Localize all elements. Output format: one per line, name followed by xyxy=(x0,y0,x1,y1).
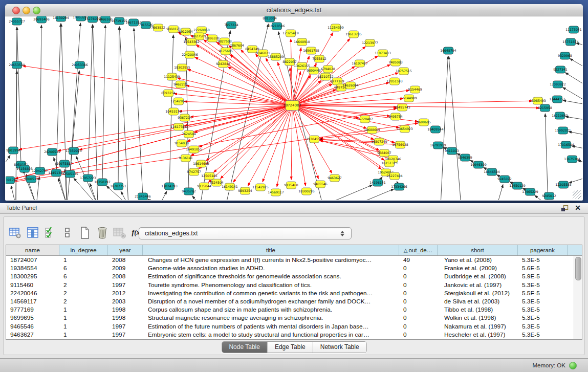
graph-edge[interactable] xyxy=(233,105,292,182)
cell-name[interactable]: 9699695 xyxy=(6,314,59,322)
cell-out_de[interactable]: 0 xyxy=(399,297,438,305)
network-canvas[interactable]: 1872400724055727206914061813029410953287… xyxy=(6,16,582,200)
cell-out_de[interactable]: 0 xyxy=(399,264,438,272)
graph-edge[interactable] xyxy=(148,199,159,200)
citation-network-graph[interactable]: 1872400724055727206914061813029410953287… xyxy=(6,16,582,200)
cell-name[interactable]: 9777169 xyxy=(6,305,59,314)
cell-year[interactable]: 1998 xyxy=(108,314,143,322)
cell-out_de[interactable]: 0 xyxy=(399,305,438,314)
cell-year[interactable]: 2008 xyxy=(108,272,143,280)
cell-short[interactable]: de Silva et al. (2003) xyxy=(438,297,518,305)
column-visibility-icon[interactable] xyxy=(26,226,39,239)
cell-short[interactable]: Wolkin et al. (1998) xyxy=(438,314,518,322)
graph-edge[interactable] xyxy=(93,25,98,200)
cell-name[interactable]: 19384554 xyxy=(6,264,59,272)
table-row[interactable]: 969969511998Structural magnetic resonanc… xyxy=(6,314,582,322)
column-header-pagerank[interactable]: pagerank xyxy=(518,245,568,255)
table-row[interactable]: 1830029562008Estimation of significance … xyxy=(6,272,582,280)
cell-out_de[interactable]: 49 xyxy=(399,256,438,264)
cell-title[interactable]: Changes of HCN gene expression and I(f) … xyxy=(143,256,399,264)
cell-name[interactable]: 9115460 xyxy=(6,281,59,289)
graph-edge[interactable] xyxy=(118,27,119,186)
graph-edge[interactable] xyxy=(120,27,128,200)
graph-edge[interactable] xyxy=(90,183,98,200)
graph-edge[interactable] xyxy=(67,71,79,200)
graph-edge[interactable] xyxy=(497,185,503,200)
cell-year[interactable]: 2012 xyxy=(108,289,143,297)
cell-year[interactable]: 2003 xyxy=(108,297,143,305)
graph-edge[interactable] xyxy=(291,105,292,180)
cell-pagerank[interactable]: 5.3E-5 xyxy=(518,314,568,322)
table-selector-combobox[interactable]: citations_edges.txt xyxy=(139,227,352,239)
cell-title[interactable]: Estimation of significance thresholds fo… xyxy=(143,272,399,280)
cell-in_degree[interactable]: 1 xyxy=(59,256,108,264)
graph-edge[interactable] xyxy=(102,25,105,182)
tab-edge-table[interactable]: Edge Table xyxy=(268,342,313,353)
table-row[interactable]: 911546021997Tourette syndrome. Phenomeno… xyxy=(6,281,582,289)
graph-edge[interactable] xyxy=(228,67,292,105)
column-header-name[interactable]: name xyxy=(6,245,59,255)
cell-short[interactable]: Stergiakouli et al. (2012) xyxy=(438,289,518,297)
new-document-icon[interactable] xyxy=(78,226,92,239)
graph-edge[interactable] xyxy=(569,175,582,183)
graph-edge[interactable] xyxy=(184,101,292,105)
cell-short[interactable]: Tibbo et al. (1998) xyxy=(438,305,518,314)
graph-edge[interactable] xyxy=(323,185,373,200)
cell-year[interactable]: 2008 xyxy=(108,256,143,264)
graph-edge[interactable] xyxy=(569,132,582,137)
graph-edge[interactable] xyxy=(248,105,292,186)
cell-in_degree[interactable]: 2 xyxy=(59,289,108,297)
tab-node-table[interactable]: Node Table xyxy=(222,342,268,353)
cell-in_degree[interactable]: 6 xyxy=(59,272,108,280)
graph-edge[interactable] xyxy=(221,105,292,179)
graph-edge[interactable] xyxy=(88,25,93,178)
cell-in_degree[interactable]: 1 xyxy=(59,322,108,331)
cell-pagerank[interactable]: 5.5E-5 xyxy=(518,289,568,297)
close-panel-icon[interactable]: ✕ xyxy=(575,204,581,212)
delete-table-icon[interactable] xyxy=(113,226,126,239)
table-row[interactable]: 977716911998Corpus callosum shape and si… xyxy=(6,305,582,314)
graph-edge[interactable] xyxy=(121,191,128,200)
cell-name[interactable]: 18724007 xyxy=(6,256,59,264)
cell-title[interactable]: Corpus callosum shape and size in male p… xyxy=(143,305,399,314)
cell-short[interactable]: Dudbridge et al. (2008) xyxy=(438,272,518,280)
graph-edge[interactable] xyxy=(570,59,582,73)
graph-edge[interactable] xyxy=(578,161,582,165)
graph-edge[interactable] xyxy=(320,129,405,139)
cell-short[interactable]: Yano et al. (2008) xyxy=(438,256,518,264)
cell-short[interactable]: Franke et al. (2009) xyxy=(438,264,518,272)
cell-name[interactable]: 9465546 xyxy=(6,322,59,331)
cell-name[interactable]: 22420046 xyxy=(6,289,59,297)
cell-pagerank[interactable]: 5.3E-5 xyxy=(518,297,568,305)
row-height-icon[interactable] xyxy=(61,226,74,239)
cell-out_de[interactable]: 0 xyxy=(399,289,438,297)
graph-edge[interactable] xyxy=(292,90,409,105)
graph-edge[interactable] xyxy=(134,28,143,196)
memory-ok-indicator[interactable] xyxy=(569,362,577,369)
graph-edge[interactable] xyxy=(11,186,16,200)
cell-pagerank[interactable]: 5.9E-5 xyxy=(518,272,568,280)
cell-in_degree[interactable]: 1 xyxy=(59,314,108,322)
cell-in_degree[interactable]: 2 xyxy=(59,297,108,305)
cell-name[interactable]: 18300295 xyxy=(6,272,59,280)
cell-year[interactable]: 2009 xyxy=(108,264,143,272)
cell-short[interactable]: Hescheler et al. (1997) xyxy=(438,331,518,339)
cell-short[interactable]: Jankovic et al. (1997) xyxy=(438,281,518,289)
vertical-scrollbar[interactable] xyxy=(574,256,582,339)
cell-title[interactable]: Embryonic stem cells: a model to study s… xyxy=(143,331,399,339)
scrollbar-thumb[interactable] xyxy=(575,257,581,280)
cell-title[interactable]: Investigating the contribution of common… xyxy=(143,289,399,297)
graph-edge[interactable] xyxy=(213,105,292,172)
select-columns-icon[interactable] xyxy=(43,226,57,239)
table-row[interactable]: 1938455462009Genome-wide association stu… xyxy=(6,264,582,272)
graph-edge[interactable] xyxy=(187,105,292,141)
cell-title[interactable]: Tourette syndrome. Phenomenology and cla… xyxy=(143,281,399,289)
cell-pagerank[interactable]: 5.3E-5 xyxy=(518,331,568,339)
cell-name[interactable]: 14569117 xyxy=(6,297,59,305)
table-row[interactable]: 2242004622012Investigating the contribut… xyxy=(6,289,582,297)
cell-in_degree[interactable]: 1 xyxy=(59,331,108,339)
graph-edge[interactable] xyxy=(17,27,21,165)
column-header-year[interactable]: year xyxy=(108,245,143,255)
cell-title[interactable]: Structural magnetic resonance image aver… xyxy=(143,314,399,322)
cell-out_de[interactable]: 0 xyxy=(399,331,438,339)
